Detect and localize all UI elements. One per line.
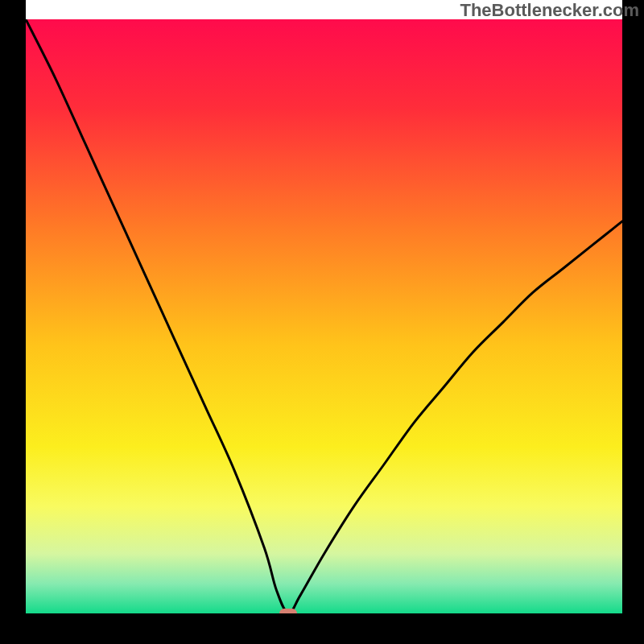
curve-line (26, 19, 622, 613)
frame-left (0, 0, 26, 644)
optimal-point-marker (279, 609, 297, 613)
bottleneck-chart: TheBottlenecker.com (0, 0, 644, 644)
frame-right (622, 0, 644, 644)
frame-bottom (0, 613, 644, 644)
plot-area (26, 19, 622, 613)
watermark-text: TheBottlenecker.com (460, 0, 639, 21)
